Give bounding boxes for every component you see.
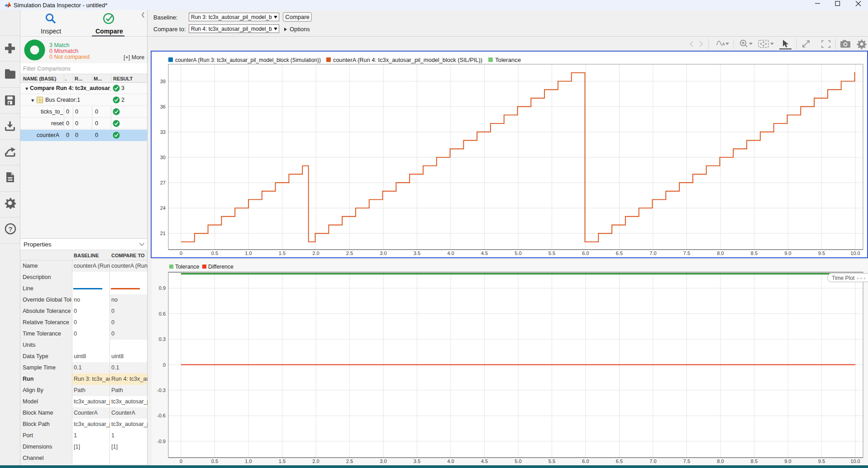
svg-text:0: 0 — [180, 459, 182, 464]
svg-text:30: 30 — [160, 155, 166, 160]
svg-text:2.0: 2.0 — [312, 459, 319, 464]
svg-text:-0.9: -0.9 — [157, 439, 166, 444]
svg-text:9.5: 9.5 — [818, 251, 825, 256]
svg-text:0: 0 — [180, 251, 182, 256]
svg-text:0: 0 — [163, 362, 166, 368]
svg-text:27: 27 — [160, 180, 166, 185]
svg-text:3.0: 3.0 — [380, 251, 386, 256]
svg-text:0.5: 0.5 — [211, 251, 218, 256]
svg-text:2.5: 2.5 — [346, 251, 353, 256]
svg-text:6.5: 6.5 — [616, 459, 623, 464]
svg-text:5.0: 5.0 — [515, 251, 521, 256]
svg-text:1.5: 1.5 — [279, 251, 286, 256]
svg-text:3.0: 3.0 — [380, 459, 386, 464]
svg-text:8.5: 8.5 — [751, 251, 758, 256]
svg-text:1.5: 1.5 — [279, 459, 286, 464]
svg-text:36: 36 — [160, 104, 166, 109]
svg-text:counterA (Run 4: tc3x_autosar_: counterA (Run 4: tc3x_autosar_pil_model_… — [333, 57, 482, 63]
svg-text:8.0: 8.0 — [717, 251, 724, 256]
svg-text:4.0: 4.0 — [447, 251, 454, 256]
svg-text:7.5: 7.5 — [683, 459, 690, 464]
svg-text:5.5: 5.5 — [548, 459, 555, 464]
svg-text:2.5: 2.5 — [346, 459, 353, 464]
svg-text:Tolerance: Tolerance — [495, 57, 521, 63]
svg-text:0.9: 0.9 — [159, 285, 166, 291]
svg-text:5.0: 5.0 — [515, 459, 521, 464]
svg-text:10.0: 10.0 — [850, 459, 860, 464]
svg-text:0.3: 0.3 — [159, 336, 166, 342]
svg-text:8.5: 8.5 — [751, 459, 758, 464]
svg-text:8.0: 8.0 — [717, 459, 724, 464]
svg-text:21: 21 — [160, 231, 166, 236]
svg-text:3.5: 3.5 — [414, 459, 420, 464]
svg-text:-0.6: -0.6 — [157, 413, 166, 418]
svg-text:6.5: 6.5 — [616, 251, 623, 256]
svg-text:9.0: 9.0 — [784, 459, 791, 464]
svg-text:0.5: 0.5 — [211, 459, 218, 464]
svg-text:5.5: 5.5 — [548, 251, 555, 256]
svg-text:3.5: 3.5 — [414, 251, 420, 256]
svg-text:Tolerance: Tolerance — [175, 264, 199, 270]
svg-text:7.0: 7.0 — [649, 251, 656, 256]
svg-text:33: 33 — [160, 129, 166, 135]
svg-text:-0.3: -0.3 — [157, 388, 166, 393]
svg-text:9.0: 9.0 — [784, 251, 791, 256]
svg-text:4.5: 4.5 — [481, 459, 488, 464]
svg-text:4.5: 4.5 — [481, 251, 488, 256]
svg-text:counterA (Run 3: tc3x_autosar_: counterA (Run 3: tc3x_autosar_pil_model_… — [175, 57, 321, 63]
svg-text:10.0: 10.0 — [850, 251, 860, 256]
svg-text:9.5: 9.5 — [818, 459, 825, 464]
svg-text:6.0: 6.0 — [582, 251, 589, 256]
svg-text:7.0: 7.0 — [649, 459, 656, 464]
svg-text:1.0: 1.0 — [245, 251, 252, 256]
svg-text:4.0: 4.0 — [447, 459, 454, 464]
svg-text:39: 39 — [160, 79, 166, 84]
svg-text:1.0: 1.0 — [245, 459, 252, 464]
svg-text:6.0: 6.0 — [582, 459, 589, 464]
svg-text:Difference: Difference — [208, 264, 234, 270]
svg-text:7.5: 7.5 — [683, 251, 690, 256]
svg-text:24: 24 — [160, 205, 166, 211]
svg-text:?: ? — [8, 225, 12, 233]
svg-text:2.0: 2.0 — [312, 251, 319, 256]
svg-text:0.6: 0.6 — [159, 311, 166, 317]
